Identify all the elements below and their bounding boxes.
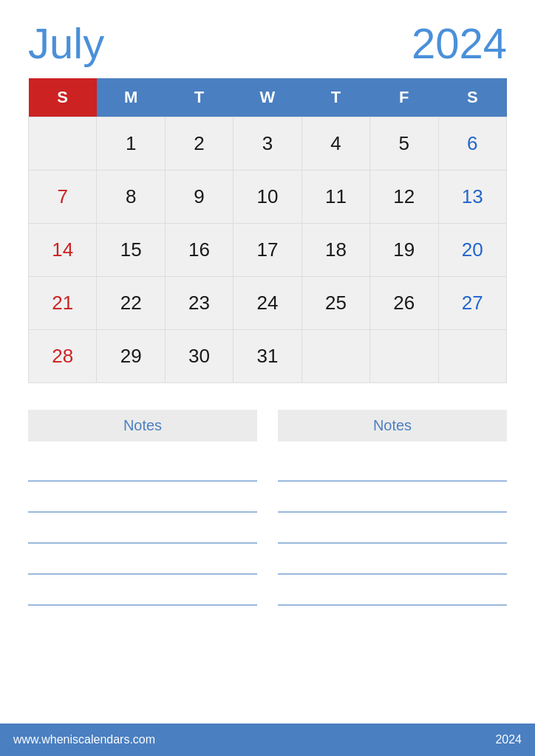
notes-line	[28, 453, 257, 481]
calendar-day-cell: 17	[234, 223, 301, 276]
calendar-day-cell: 28	[29, 329, 97, 382]
year-title: 2024	[412, 22, 507, 65]
calendar-day-cell: 26	[370, 276, 438, 329]
footer-url: www.wheniscalendars.com	[13, 733, 155, 746]
calendar-day-cell: 8	[97, 170, 165, 223]
header-row: July 2024	[28, 22, 507, 65]
calendar-day-cell: 6	[438, 117, 506, 170]
calendar-day-cell: 31	[234, 329, 301, 382]
footer-bar: www.wheniscalendars.com 2024	[0, 724, 535, 756]
notes-section: Notes Notes	[28, 410, 507, 707]
calendar-day-cell: 25	[301, 276, 369, 329]
calendar-week-row: 21222324252627	[29, 276, 507, 329]
notes-line	[278, 453, 507, 481]
notes-line	[28, 546, 257, 574]
calendar-day-cell: 22	[97, 276, 165, 329]
notes-left-lines	[28, 453, 257, 608]
calendar-header-row: S M T W T F S	[29, 78, 507, 117]
calendar-body: 1234567891011121314151617181920212223242…	[29, 117, 507, 382]
calendar-week-row: 28293031	[29, 329, 507, 382]
calendar-day-cell: 7	[29, 170, 97, 223]
calendar-day-cell: 24	[234, 276, 301, 329]
calendar-day-cell: 14	[29, 223, 97, 276]
calendar-day-cell: 3	[234, 117, 301, 170]
calendar-day-cell	[370, 329, 438, 382]
calendar-day-cell: 12	[370, 170, 438, 223]
notes-left-label: Notes	[123, 417, 162, 433]
calendar-day-cell: 10	[234, 170, 301, 223]
header-saturday: S	[438, 78, 506, 117]
calendar-day-cell: 30	[165, 329, 233, 382]
notes-line	[278, 546, 507, 574]
notes-left-header-box: Notes	[28, 410, 257, 441]
notes-line	[28, 515, 257, 543]
calendar-table: S M T W T F S 12345678910111213141516171…	[28, 78, 507, 383]
month-title: July	[28, 22, 104, 65]
calendar-week-row: 14151617181920	[29, 223, 507, 276]
calendar-day-cell: 15	[97, 223, 165, 276]
notes-line	[28, 484, 257, 512]
notes-line	[278, 577, 507, 605]
calendar-day-cell	[301, 329, 369, 382]
calendar-day-cell: 4	[301, 117, 369, 170]
header-sunday: S	[29, 78, 97, 117]
calendar-day-cell: 9	[165, 170, 233, 223]
page-container: July 2024 S M T W T F S 1234567891011121…	[0, 0, 535, 756]
notes-right-column: Notes	[278, 410, 507, 707]
notes-line	[278, 515, 507, 543]
notes-left-column: Notes	[28, 410, 257, 707]
notes-right-lines	[278, 453, 507, 608]
footer-year: 2024	[495, 733, 522, 746]
calendar-day-cell: 21	[29, 276, 97, 329]
header-friday: F	[370, 78, 438, 117]
header-tuesday: T	[165, 78, 233, 117]
notes-line	[28, 577, 257, 605]
calendar-day-cell	[438, 329, 506, 382]
calendar-day-cell: 16	[165, 223, 233, 276]
calendar-day-cell: 19	[370, 223, 438, 276]
calendar-day-cell: 27	[438, 276, 506, 329]
calendar-day-cell: 11	[301, 170, 369, 223]
header-wednesday: W	[234, 78, 301, 117]
calendar-day-cell: 1	[97, 117, 165, 170]
calendar-day-cell: 23	[165, 276, 233, 329]
calendar-day-cell	[29, 117, 97, 170]
notes-right-header-box: Notes	[278, 410, 507, 441]
calendar-day-cell: 29	[97, 329, 165, 382]
calendar-day-cell: 20	[438, 223, 506, 276]
calendar-week-row: 123456	[29, 117, 507, 170]
calendar-day-cell: 5	[370, 117, 438, 170]
calendar-day-cell: 13	[438, 170, 506, 223]
notes-right-label: Notes	[373, 417, 412, 433]
calendar-week-row: 78910111213	[29, 170, 507, 223]
calendar-day-cell: 2	[165, 117, 233, 170]
notes-line	[278, 484, 507, 512]
calendar-day-cell: 18	[301, 223, 369, 276]
header-thursday: T	[301, 78, 369, 117]
header-monday: M	[97, 78, 165, 117]
